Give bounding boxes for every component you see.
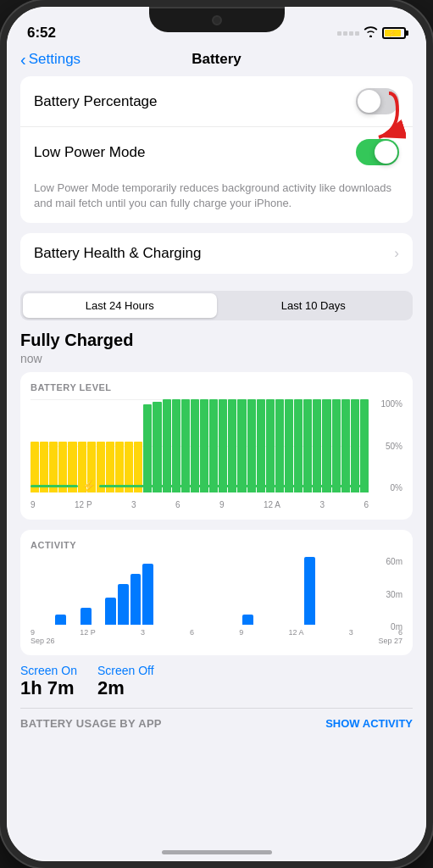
y-label-50: 50%: [386, 442, 402, 451]
back-label: Settings: [29, 51, 80, 68]
back-button[interactable]: ‹ Settings: [20, 51, 80, 68]
activity-chart-area: 60m 30m 0m 912 P36912 A36 Sep 26Sep 27: [31, 557, 402, 645]
activity-x-label: 12 A: [289, 628, 304, 637]
activity-bar: [304, 557, 315, 625]
back-chevron-icon: ‹: [20, 51, 26, 68]
activity-x-label: 9: [239, 628, 243, 637]
volume-up-button[interactable]: [0, 185, 2, 236]
low-power-mode-toggle[interactable]: [356, 139, 399, 165]
screen-on-stat: Screen On 1h 7m: [20, 664, 77, 699]
battery-x-label: 6: [364, 500, 369, 509]
battery-percentage-row: Battery Percentage: [20, 76, 413, 127]
battery-y-labels: 100% 50% 0%: [380, 399, 402, 492]
battery-health-row[interactable]: Battery Health & Charging ›: [20, 233, 413, 274]
battery-x-label: 3: [131, 500, 136, 509]
activity-x-labels: 912 P36912 A36: [31, 628, 402, 637]
activity-x-label: 6: [190, 628, 194, 637]
chevron-right-icon: ›: [394, 245, 399, 262]
activity-chart: ACTIVITY 60m 30m 0m 912 P36912 A36 Sep 2…: [20, 530, 413, 655]
battery-status-icon: ⚡: [382, 27, 406, 39]
charge-status-subtitle: now: [20, 352, 413, 365]
battery-level-chart-label: BATTERY LEVEL: [31, 382, 402, 392]
time-period-tabs: Last 24 Hours Last 10 Days: [20, 291, 413, 320]
volume-down-button[interactable]: [0, 249, 2, 300]
activity-chart-label: ACTIVITY: [31, 540, 402, 550]
screen-on-label: Screen On: [20, 664, 77, 677]
act-y-30: 30m: [386, 590, 402, 599]
activity-x-label: 9: [31, 628, 35, 637]
y-label-100: 100%: [380, 399, 402, 409]
phone-frame: 6:52 ⚡: [0, 0, 433, 868]
battery-level-chart-section: BATTERY LEVEL ⚡ 100%: [20, 372, 413, 520]
low-power-description: Low Power Mode temporarily reduces backg…: [20, 177, 413, 223]
activity-section: ACTIVITY 60m 30m 0m 912 P36912 A36 Sep 2…: [20, 530, 413, 655]
screen-off-stat: Screen Off 2m: [97, 664, 154, 699]
low-power-mode-row: Low Power Mode: [20, 127, 413, 177]
activity-date-labels: Sep 26Sep 27: [31, 637, 402, 645]
signal-icon: [337, 31, 359, 36]
activity-bar: [242, 615, 253, 625]
battery-health-label: Battery Health & Charging: [34, 245, 202, 262]
screen-content: 6:52 ⚡: [7, 7, 426, 861]
battery-health-section: Battery Health & Charging ›: [20, 233, 413, 274]
activity-date-label: Sep 26: [31, 637, 55, 645]
scroll-spacer: [7, 738, 426, 772]
battery-percentage-label: Battery Percentage: [34, 93, 158, 110]
usage-stats: Screen On 1h 7m Screen Off 2m: [20, 664, 413, 699]
battery-x-label: 3: [319, 500, 325, 509]
toggle-knob: [358, 90, 380, 113]
mute-button[interactable]: [0, 142, 2, 173]
status-time: 6:52: [27, 25, 56, 42]
activity-y-labels: 60m 30m 0m: [386, 557, 402, 632]
charging-bolt-icon: ⚡: [388, 30, 397, 37]
act-y-60: 60m: [386, 557, 402, 566]
battery-health-card: Battery Health & Charging ›: [20, 233, 413, 274]
charging-line-left: [31, 485, 78, 487]
camera: [212, 15, 222, 25]
screen-off-label: Screen Off: [97, 664, 154, 677]
battery-x-label: 9: [31, 500, 36, 509]
charge-status-section: Fully Charged now: [20, 331, 413, 365]
bottom-bar: BATTERY USAGE BY APP SHOW ACTIVITY: [20, 708, 413, 738]
toggle-knob-on: [375, 141, 397, 164]
battery-usage-label: BATTERY USAGE BY APP: [20, 717, 162, 730]
battery-settings-section: Battery Percentage Low Power Mode: [20, 76, 413, 223]
battery-x-label: 6: [175, 500, 180, 509]
act-y-0: 0m: [391, 622, 402, 632]
activity-bar: [55, 615, 66, 625]
charge-status-title: Fully Charged: [20, 331, 413, 350]
activity-bar: [118, 584, 129, 625]
activity-x-label: 3: [141, 628, 145, 637]
show-activity-button[interactable]: SHOW ACTIVITY: [325, 717, 413, 730]
activity-bar: [142, 564, 153, 625]
wifi-icon: [364, 26, 378, 40]
screen-on-value: 1h 7m: [20, 677, 77, 699]
battery-level-chart: ⚡ 100% 50% 0% 912 P36912 A36: [31, 399, 402, 509]
activity-bar: [130, 574, 142, 625]
screen-off-value: 2m: [97, 677, 154, 699]
activity-bar: [105, 598, 116, 625]
activity-x-label: 3: [349, 628, 353, 637]
page-title: Battery: [192, 51, 241, 68]
activity-x-label: 12 P: [80, 628, 96, 637]
battery-x-label: 12 P: [75, 500, 92, 509]
status-icons: ⚡: [337, 26, 406, 40]
tab-last-10-days[interactable]: Last 10 Days: [217, 293, 411, 318]
charging-line-right: [99, 485, 369, 487]
home-indicator[interactable]: [162, 850, 272, 854]
activity-bar: [80, 608, 92, 625]
notch: [149, 7, 285, 32]
battery-settings-card: Battery Percentage Low Power Mode: [20, 76, 413, 223]
activity-bars: [31, 557, 402, 625]
tab-last-24-hours[interactable]: Last 24 Hours: [23, 293, 217, 318]
battery-x-label: 12 A: [264, 500, 280, 509]
charging-bolt-icon: ⚡: [81, 479, 96, 492]
low-power-mode-label: Low Power Mode: [34, 144, 145, 161]
battery-x-labels: 912 P36912 A36: [31, 500, 369, 509]
charging-indicator: ⚡: [31, 479, 369, 492]
y-label-0: 0%: [391, 483, 402, 492]
activity-date-label: Sep 27: [378, 637, 402, 645]
battery-x-label: 9: [219, 500, 225, 509]
battery-percentage-toggle[interactable]: [356, 88, 399, 114]
